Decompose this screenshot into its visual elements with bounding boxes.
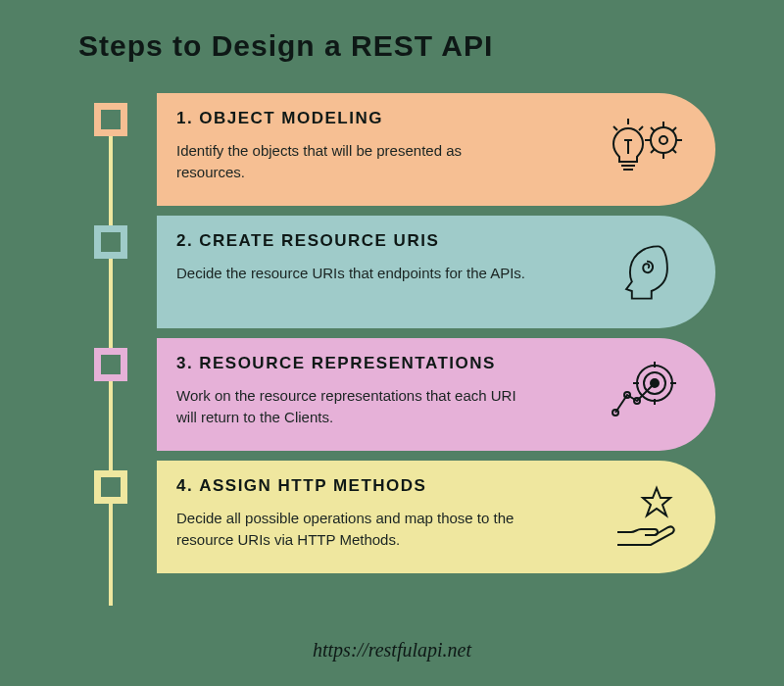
step-card-4: 4. ASSIGN HTTP METHODS Decide all possib…	[157, 461, 715, 573]
step-card-2: 2. CREATE RESOURCE URIS Decide the resou…	[157, 216, 715, 328]
step-number: 4.	[176, 476, 193, 496]
svg-line-15	[672, 127, 676, 131]
step-description: Work on the resource representations tha…	[176, 385, 529, 428]
target-path-icon	[608, 356, 686, 434]
svg-line-6	[639, 126, 643, 130]
hand-star-icon	[608, 478, 686, 557]
step-number: 2.	[176, 231, 193, 251]
head-spiral-icon	[608, 233, 686, 312]
step-number: 1.	[176, 109, 193, 128]
step-marker-3	[94, 348, 127, 381]
svg-line-13	[651, 127, 655, 131]
step-title-label: RESOURCE REPRESENTATIONS	[199, 354, 496, 373]
step-card-1: 1. OBJECT MODELING Identify the objects …	[157, 93, 715, 206]
lightbulb-gear-icon	[608, 111, 686, 189]
step-card-3: 3. RESOURCE REPRESENTATIONS Work on the …	[157, 338, 715, 451]
svg-line-14	[672, 149, 676, 153]
step-title-label: OBJECT MODELING	[199, 109, 383, 128]
step-marker-4	[94, 470, 127, 504]
svg-line-16	[651, 149, 655, 153]
step-head: 3. RESOURCE REPRESENTATIONS	[176, 354, 608, 373]
svg-line-5	[613, 126, 617, 130]
step-head: 2. CREATE RESOURCE URIS	[176, 231, 608, 251]
footer-link: https://restfulapi.net	[0, 639, 784, 662]
step-number: 3.	[176, 354, 193, 373]
step-description: Decide the resource URIs that endpoints …	[176, 263, 529, 284]
step-marker-2	[94, 225, 127, 259]
step-description: Identify the objects that will be presen…	[176, 140, 529, 183]
step-title-label: ASSIGN HTTP METHODS	[199, 476, 426, 496]
svg-point-8	[660, 136, 667, 144]
page-title: Steps to Design a REST API	[78, 29, 493, 63]
step-head: 4. ASSIGN HTTP METHODS	[176, 476, 608, 496]
step-head: 1. OBJECT MODELING	[176, 109, 608, 128]
step-marker-1	[94, 103, 127, 136]
step-title-label: CREATE RESOURCE URIS	[199, 231, 439, 251]
step-description: Decide all possible operations and map t…	[176, 508, 529, 551]
